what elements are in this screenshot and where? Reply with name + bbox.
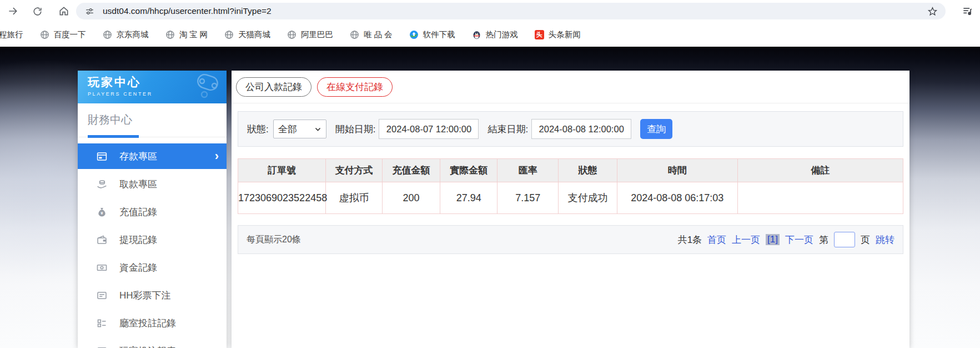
reload-icon[interactable]: [28, 2, 47, 21]
sidebar-item-withdraw-zone[interactable]: 取款專區: [78, 170, 227, 198]
col-status: 狀態: [559, 159, 617, 182]
withdraw-hand-icon: [96, 178, 108, 190]
report-icon: [96, 345, 108, 348]
sidebar-item-withdrawal-records[interactable]: 提現記錄: [78, 226, 227, 253]
sidebar-item-hh-lottery-bets[interactable]: HH彩票下注: [78, 281, 227, 309]
tune-icon[interactable]: [82, 3, 97, 19]
status-select-value: 全部: [278, 123, 297, 136]
sidebar-item-player-bet-report[interactable]: 玩家投注報表: [78, 337, 227, 348]
sidebar-item-hall-bet-records[interactable]: 廳室投註記錄: [78, 309, 227, 337]
bookmark-item[interactable]: 京东商城: [103, 29, 149, 40]
total-count-text: 共1条: [678, 233, 702, 246]
prev-page-link[interactable]: 上一页: [732, 233, 760, 246]
page-background: 玩家中心 PLAYERS CENTER 財務中心 存款專區 › 取款專區: [0, 47, 980, 348]
first-page-link[interactable]: 首页: [707, 233, 726, 246]
finance-heading-underline: [78, 135, 227, 137]
next-page-link[interactable]: 下一页: [785, 233, 813, 246]
tab-company-deposit-records[interactable]: 公司入款記錄: [236, 77, 311, 97]
url-text[interactable]: usdt04.com/hhcp/usercenter.html?iniType=…: [103, 6, 924, 16]
screen: usdt04.com/hhcp/usercenter.html?iniType=…: [0, 0, 980, 348]
bookmark-item[interactable]: 唯 品 会: [350, 29, 393, 40]
payment-records-table: 訂單號 支付方式 充值金額 實際金額 匯率 狀態 時間 備註 172306902…: [238, 158, 903, 214]
col-order-no: 訂單號: [238, 159, 326, 182]
globe-icon: [350, 30, 359, 39]
table-header-row: 訂單號 支付方式 充值金額 實際金額 匯率 狀態 時間 備註: [238, 159, 903, 182]
star-icon[interactable]: [924, 3, 940, 19]
cell-recharge-amount: 200: [382, 182, 440, 214]
forward-icon[interactable]: [3, 2, 22, 21]
current-page-indicator[interactable]: [1]: [766, 234, 780, 245]
bookmark-item[interactable]: 淘 宝 网: [165, 29, 208, 40]
playlist-icon[interactable]: [959, 3, 976, 19]
bookmark-item[interactable]: 阿里巴巴: [287, 29, 333, 40]
bookmarks-bar: 程旅行 百度一下 京东商城 淘 宝 网 天猫商城 阿里巴巴 唯 品 会 软件下: [0, 22, 980, 47]
cell-payment-method: 虚拟币: [326, 182, 383, 214]
ticket-list-icon: [96, 290, 108, 301]
status-select[interactable]: 全部: [273, 120, 326, 138]
sidebar-item-recharge-records[interactable]: ¥ 充值記錄: [78, 198, 227, 226]
record-tabs: 公司入款記錄 在線支付記錄: [232, 71, 909, 103]
end-date-label: 結束日期:: [488, 123, 528, 136]
col-payment-method: 支付方式: [326, 159, 383, 182]
jump-suffix-text: 页: [861, 233, 870, 246]
sidebar-menu: 存款專區 › 取款專區 ¥ 充值記錄 提現記錄 資金記錄: [78, 143, 227, 348]
banknote-icon: [96, 262, 108, 274]
globe-icon: [103, 30, 112, 39]
chevron-right-icon: ›: [215, 150, 219, 162]
bookmark-item[interactable]: 百度一下: [40, 29, 86, 40]
start-date-input[interactable]: [379, 119, 479, 139]
address-bar[interactable]: usdt04.com/hhcp/usercenter.html?iniType=…: [76, 3, 946, 19]
status-label: 狀態:: [247, 123, 269, 136]
cell-order-no: 1723069023522458: [238, 182, 326, 214]
table-row: 1723069023522458 虚拟币 200 27.94 7.157 支付成…: [238, 182, 903, 214]
col-remark: 備註: [737, 159, 903, 182]
deposit-card-icon: [96, 151, 108, 162]
cell-exchange-rate: 7.157: [497, 182, 559, 214]
cell-status: 支付成功: [559, 182, 617, 214]
globe-icon: [224, 30, 234, 39]
page-jump-input[interactable]: [834, 232, 855, 247]
bookmark-item[interactable]: 热门游戏: [472, 29, 518, 40]
main-panel: 公司入款記錄 在線支付記錄 狀態: 全部 開始日期: 結束日期: 查詢: [232, 71, 909, 348]
home-icon[interactable]: [54, 2, 73, 21]
jump-prefix-text: 第: [819, 233, 828, 246]
globe-icon: [40, 30, 49, 39]
filter-bar: 狀態: 全部 開始日期: 結束日期: 查詢: [238, 111, 903, 147]
globe-icon: [287, 30, 296, 39]
bookmark-item[interactable]: 天猫商城: [224, 29, 270, 40]
globe-icon: [165, 30, 175, 39]
toutiao-icon: 头: [535, 30, 544, 39]
col-actual-amount: 實際金額: [440, 159, 497, 182]
bookmark-item[interactable]: 软件下载: [409, 29, 455, 40]
cell-actual-amount: 27.94: [440, 182, 497, 214]
bookmark-item[interactable]: 程旅行: [0, 29, 23, 40]
download-icon: [409, 30, 419, 39]
sidebar-item-funds-records[interactable]: 資金記錄: [78, 253, 227, 281]
browser-toolbar: usdt04.com/hhcp/usercenter.html?iniType=…: [0, 0, 980, 22]
col-time: 時間: [617, 159, 737, 182]
svg-text:¥: ¥: [100, 211, 103, 216]
search-button[interactable]: 查詢: [640, 119, 672, 139]
wallet-icon: [96, 234, 108, 246]
finance-center-heading: 財務中心: [88, 112, 227, 127]
tab-online-payment-records[interactable]: 在線支付記錄: [317, 77, 393, 97]
players-center-banner: 玩家中心 PLAYERS CENTER: [78, 71, 227, 103]
sidebar-item-deposit-zone[interactable]: 存款專區 ›: [78, 143, 227, 169]
money-bag-icon: ¥: [96, 206, 108, 218]
bookmark-item[interactable]: 头 头条新闻: [535, 29, 581, 40]
start-date-label: 開始日期:: [335, 123, 376, 136]
gamepad-icon: [193, 73, 222, 102]
pagination-controls: 共1条 首页 上一页 [1] 下一页 第 页 跳转: [678, 232, 894, 247]
page-size-text: 每頁顯示20條: [247, 234, 301, 246]
col-recharge-amount: 充值金額: [382, 159, 440, 182]
cell-time: 2024-08-08 06:17:03: [617, 182, 737, 214]
cell-remark: [737, 182, 903, 214]
end-date-input[interactable]: [531, 119, 631, 139]
col-exchange-rate: 匯率: [497, 159, 559, 182]
chevron-down-icon: [314, 126, 321, 133]
pagination-bar: 每頁顯示20條 共1条 首页 上一页 [1] 下一页 第 页 跳转: [238, 225, 903, 254]
penguin-icon: [472, 30, 481, 39]
sidebar: 玩家中心 PLAYERS CENTER 財務中心 存款專區 › 取款專區: [78, 71, 227, 348]
jump-button[interactable]: 跳转: [876, 233, 894, 246]
grid-list-icon: [96, 317, 108, 329]
